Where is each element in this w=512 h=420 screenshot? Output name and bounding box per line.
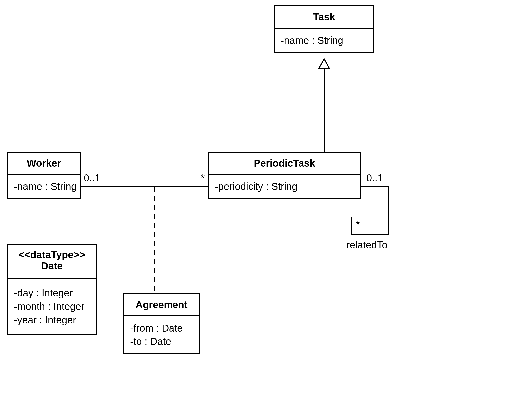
class-periodictask: PeriodicTask -periodicity : String — [208, 152, 361, 199]
class-date-name: Date — [41, 260, 63, 271]
class-date: <<dataType>> Date -day : Integer -month … — [7, 244, 97, 335]
class-worker-name: Worker — [8, 153, 80, 175]
class-date-stereotype: <<dataType>> — [14, 249, 90, 260]
label-relatedto: relatedTo — [346, 239, 388, 251]
multiplicity-periodictask-side: * — [201, 172, 205, 184]
class-task-attr-0: -name : String — [281, 34, 367, 47]
class-date-attr-0: -day : Integer — [14, 286, 90, 300]
class-task: Task -name : String — [274, 5, 374, 53]
class-date-header: <<dataType>> Date — [8, 245, 96, 279]
class-agreement-attr-1: -to : Date — [130, 335, 193, 348]
generalization-arrowhead — [319, 59, 330, 69]
uml-class-diagram: Task -name : String Worker -name : Strin… — [0, 0, 512, 420]
multiplicity-worker-side: 0..1 — [84, 172, 100, 184]
class-worker: Worker -name : String — [7, 152, 81, 199]
class-periodictask-name: PeriodicTask — [209, 153, 360, 175]
class-periodictask-attr-0: -periodicity : String — [215, 180, 354, 193]
class-date-attr-1: -month : Integer — [14, 300, 90, 313]
class-task-name: Task — [275, 6, 373, 29]
class-agreement: Agreement -from : Date -to : Date — [123, 293, 200, 354]
class-date-body: -day : Integer -month : Integer -year : … — [8, 279, 96, 334]
class-worker-attr-0: -name : String — [14, 180, 74, 193]
class-task-body: -name : String — [275, 29, 373, 52]
class-worker-body: -name : String — [8, 175, 80, 198]
connectors-layer — [0, 0, 512, 420]
class-date-attr-2: -year : Integer — [14, 313, 90, 327]
class-agreement-attr-0: -from : Date — [130, 321, 193, 335]
class-agreement-body: -from : Date -to : Date — [124, 316, 199, 353]
class-periodictask-body: -periodicity : String — [209, 175, 360, 198]
multiplicity-self-bottom: * — [356, 219, 360, 230]
multiplicity-self-top: 0..1 — [366, 172, 383, 184]
class-agreement-name: Agreement — [124, 294, 199, 316]
